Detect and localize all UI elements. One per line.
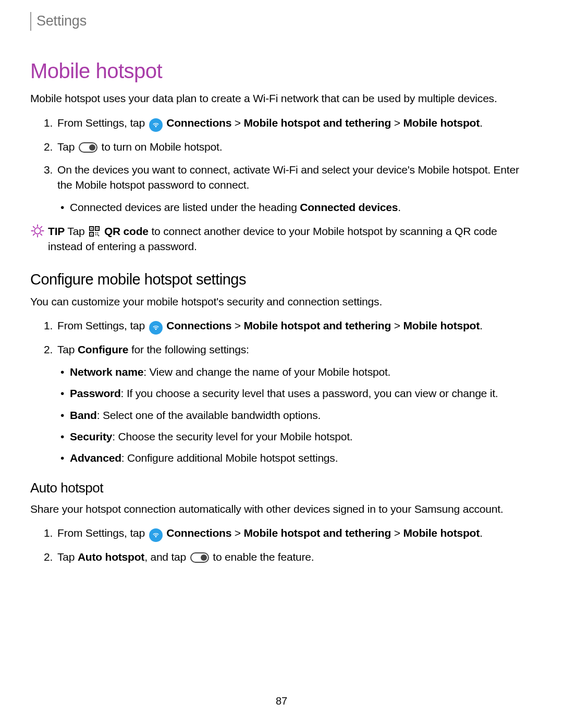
configure-intro: You can customize your mobile hotspot's …: [30, 294, 533, 309]
step-1: From Settings, tap Connections > Mobile …: [57, 115, 533, 132]
configure-step-2: Tap Configure for the following settings…: [57, 342, 533, 466]
svg-point-0: [34, 228, 41, 234]
connections-icon: [149, 321, 163, 335]
svg-line-5: [33, 226, 34, 227]
connections-icon: [149, 528, 163, 542]
main-steps-list: From Settings, tap Connections > Mobile …: [30, 115, 533, 215]
option-band: Band: Select one of the available bandwi…: [70, 408, 533, 423]
svg-rect-15: [95, 232, 96, 233]
intro-text: Mobile hotspot uses your data plan to cr…: [30, 91, 533, 106]
svg-line-6: [41, 234, 42, 235]
step-3-sublist: Connected devices are listed under the h…: [57, 200, 533, 215]
svg-rect-16: [97, 232, 99, 233]
page-title: Mobile hotspot: [30, 56, 533, 85]
page-number: 87: [0, 694, 563, 708]
svg-line-8: [41, 226, 42, 227]
auto-step-2: Tap Auto hotspot, and tap to enable the …: [57, 549, 533, 564]
configure-steps-list: From Settings, tap Connections > Mobile …: [30, 318, 533, 466]
configure-title: Configure mobile hotspot settings: [30, 269, 533, 290]
step-3: On the devices you want to connect, acti…: [57, 162, 533, 215]
configure-step-1: From Settings, tap Connections > Mobile …: [57, 318, 533, 335]
svg-rect-17: [95, 234, 96, 235]
configure-options-list: Network name: View and change the name o…: [57, 364, 533, 466]
lightbulb-icon: [30, 224, 46, 242]
step-2: Tap to turn on Mobile hotspot.: [57, 139, 533, 154]
breadcrumb-title: Settings: [36, 11, 87, 31]
svg-rect-12: [97, 228, 98, 229]
svg-rect-19: [99, 235, 100, 236]
auto-hotspot-title: Auto hotspot: [30, 478, 533, 497]
auto-steps-list: From Settings, tap Connections > Mobile …: [30, 525, 533, 564]
tip-text: TIP Tap QR code to connect another devic…: [48, 224, 533, 254]
toggle-icon: [190, 552, 209, 563]
svg-rect-14: [91, 233, 92, 235]
option-password: Password: If you choose a security level…: [70, 386, 533, 401]
tip-block: TIP Tap QR code to connect another devic…: [30, 224, 533, 254]
option-network-name: Network name: View and change the name o…: [70, 364, 533, 379]
svg-rect-18: [97, 234, 99, 235]
svg-line-7: [33, 234, 34, 235]
step-3-sub-item: Connected devices are listed under the h…: [70, 200, 533, 215]
option-advanced: Advanced: Configure additional Mobile ho…: [70, 450, 533, 465]
auto-hotspot-intro: Share your hotspot connection automatica…: [30, 501, 533, 516]
connections-icon: [149, 118, 163, 132]
breadcrumb-header: Settings: [30, 11, 533, 31]
qr-code-icon: [89, 226, 100, 237]
header-accent-bar: [30, 12, 31, 31]
toggle-icon: [79, 142, 97, 153]
svg-rect-10: [91, 228, 92, 229]
option-security: Security: Choose the security level for …: [70, 429, 533, 444]
auto-step-1: From Settings, tap Connections > Mobile …: [57, 525, 533, 542]
